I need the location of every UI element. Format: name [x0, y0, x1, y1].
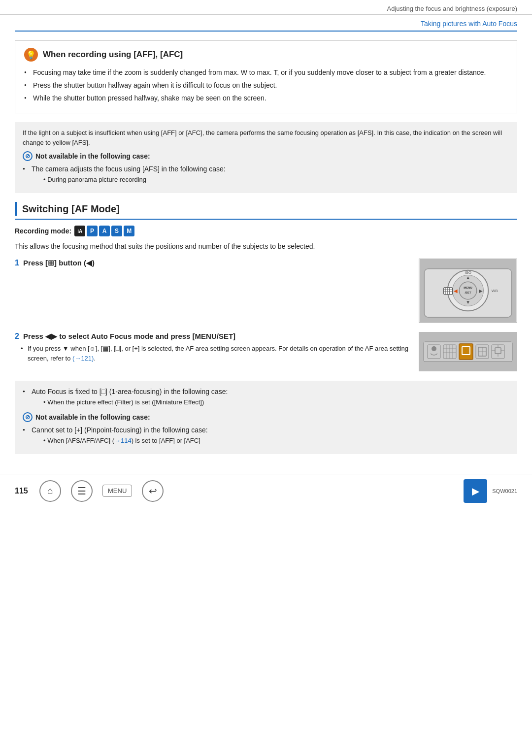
back-icon[interactable]: ↩ — [142, 480, 164, 502]
info-box2-main: Auto Focus is fixed to [□] (1-area-focus… — [23, 387, 509, 407]
aff-afc-section: 💡 When recording using [AFF], [AFC] Focu… — [15, 40, 517, 113]
not-available-icon-2: ⊘ — [23, 412, 33, 422]
step-2-image — [419, 332, 517, 373]
svg-text:◀: ◀ — [454, 288, 458, 294]
info-box-2: Auto Focus is fixed to [□] (1-area-focus… — [15, 381, 517, 454]
info-box2-cannot: Cannot set to [+] (Pinpoint-focusing) in… — [23, 425, 509, 446]
page-header: Adjusting the focus and brightness (expo… — [0, 0, 532, 15]
step-2-num: 2 — [15, 332, 19, 340]
svg-text:/SET: /SET — [465, 291, 471, 294]
info-box2-cannot-sub: When [AFS/AFF/AFC] (→114) is set to [AFF… — [32, 437, 200, 444]
steps-area: 1 Press [⊞] button (◀) MENU /SET ISO — [15, 259, 517, 373]
info-box2-list: Auto Focus is fixed to [□] (1-area-focus… — [23, 387, 509, 407]
info-box1-sub-bullet: During panorama picture recording — [32, 176, 146, 183]
bullet-1: Focusing may take time if the zoom is su… — [24, 67, 508, 78]
svg-text:▶: ▶ — [479, 288, 483, 294]
svg-rect-29 — [459, 344, 473, 360]
info-box1-sub-list: The camera adjusts the focus using [AFS]… — [23, 164, 509, 185]
mode-badges: iA P A S M — [74, 226, 134, 236]
info-box1-main: If the light on a subject is insufficien… — [23, 128, 509, 147]
step-2-sub: If you press ▼ when [☺], [▦], [□], or [+… — [15, 344, 411, 363]
svg-point-22 — [432, 346, 436, 351]
section1-bullets: Focusing may take time if the zoom is su… — [24, 67, 508, 103]
not-available-1: ⊘ Not available in the following case: — [23, 151, 509, 161]
info-box1-sub-text: The camera adjusts the focus using [AFS]… — [23, 164, 509, 185]
recording-description: This allows the focusing method that sui… — [15, 241, 517, 252]
step-1-num: 1 — [15, 259, 19, 267]
list-icon[interactable]: ☰ — [71, 480, 93, 502]
taking-pictures-link[interactable]: Taking pictures with Auto Focus — [421, 20, 517, 28]
home-icon[interactable]: ⌂ — [39, 480, 61, 502]
bullet-3: While the shutter button pressed halfway… — [24, 93, 508, 103]
step-1-image: MENU /SET ISO WB ▲ ▼ ◀ ▶ — [419, 259, 517, 324]
svg-text:WB: WB — [492, 289, 498, 293]
recording-mode-row: Recording mode: iA P A S M — [15, 226, 517, 236]
step-2-title: 2 Press ◀▶ to select Auto Focus mode and… — [15, 332, 411, 341]
page-footer: 115 ⌂ ☰ MENU ↩ SQW0021 — [0, 474, 532, 507]
af-mode-svg — [419, 332, 517, 371]
info-box2-cannot-list: Cannot set to [+] (Pinpoint-focusing) in… — [23, 425, 509, 446]
switching-title: Switching [AF Mode] — [22, 203, 120, 215]
header-text: Adjusting the focus and brightness (expo… — [387, 5, 518, 12]
page-number: 115 — [15, 487, 39, 495]
footer-icons[interactable]: ⌂ ☰ MENU ↩ — [39, 480, 464, 502]
info-box2-sub: When the picture effect (Filter) is set … — [32, 398, 204, 406]
switching-af-section: Switching [AF Mode] Recording mode: iA P… — [15, 202, 517, 252]
svg-rect-9 — [444, 288, 453, 295]
svg-text:MENU: MENU — [464, 286, 472, 289]
step-1-title: 1 Press [⊞] button (◀) — [15, 259, 411, 267]
badge-ia: iA — [74, 226, 85, 236]
next-arrow-button[interactable] — [464, 479, 487, 503]
blue-link-bar: Taking pictures with Auto Focus — [0, 15, 532, 31]
svg-text:ISO: ISO — [465, 270, 471, 275]
step-2-sub-1: If you press ▼ when [☺], [▦], [□], or [+… — [21, 344, 411, 363]
switching-title-bar: Switching [AF Mode] — [15, 202, 517, 220]
step-2-content: 2 Press ◀▶ to select Auto Focus mode and… — [15, 332, 411, 365]
section1-title: 💡 When recording using [AFF], [AFC] — [24, 48, 508, 62]
info-box-1: If the light on a subject is insufficien… — [15, 122, 517, 193]
camera-dial-svg: MENU /SET ISO WB ▲ ▼ ◀ ▶ — [419, 259, 517, 323]
not-available-2: ⊘ Not available in the following case: — [23, 412, 509, 422]
badge-s: S — [111, 226, 122, 236]
footer-right: SQW0021 — [464, 479, 517, 503]
ref-link-114[interactable]: →114 — [114, 437, 132, 444]
recording-mode-label: Recording mode: — [15, 227, 71, 235]
bullet-2: Press the shutter button halfway again w… — [24, 80, 508, 91]
lightbulb-icon: 💡 — [24, 48, 38, 62]
badge-a: A — [99, 226, 110, 236]
ref-link-121[interactable]: (→121) — [72, 355, 94, 362]
step-1-content: 1 Press [⊞] button (◀) — [15, 259, 411, 270]
step-1-row: 1 Press [⊞] button (◀) MENU /SET ISO — [15, 259, 517, 324]
svg-text:▼: ▼ — [466, 299, 470, 305]
blue-accent-bar — [15, 202, 17, 216]
badge-p: P — [87, 226, 98, 236]
badge-m: M — [124, 226, 134, 236]
svg-text:▲: ▲ — [466, 275, 470, 280]
menu-button[interactable]: MENU — [102, 485, 132, 497]
doc-code: SQW0021 — [492, 488, 517, 494]
blue-divider — [15, 31, 517, 32]
not-available-icon: ⊘ — [23, 151, 33, 161]
step-2-row: 2 Press ◀▶ to select Auto Focus mode and… — [15, 332, 517, 373]
